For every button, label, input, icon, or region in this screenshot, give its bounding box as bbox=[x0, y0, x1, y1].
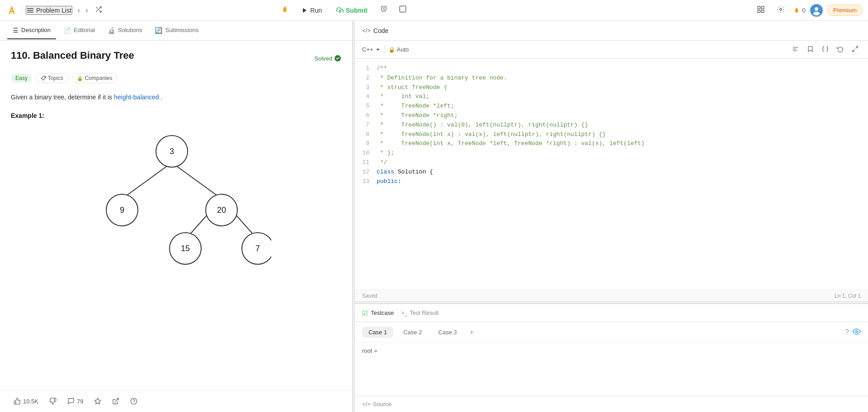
premium-button[interactable]: Premium bbox=[827, 5, 863, 16]
thumbs-down-icon bbox=[49, 398, 57, 405]
avatar[interactable] bbox=[810, 4, 823, 17]
code-status-bar: Saved Ln 1, Col 1 bbox=[355, 290, 868, 301]
right-panel: </> Code C++ 🔒 Auto bbox=[355, 21, 868, 412]
testcase-help-button[interactable]: ? bbox=[845, 328, 849, 337]
svg-line-9 bbox=[381, 6, 382, 7]
code-editor[interactable]: 12345 678910 111213 /** * Definition for… bbox=[355, 59, 868, 290]
height-balanced-link[interactable]: height-balanced bbox=[114, 94, 161, 101]
logo-icon[interactable] bbox=[5, 4, 18, 17]
language-label: C++ bbox=[362, 46, 373, 53]
description-end: . bbox=[161, 94, 163, 101]
topics-button[interactable]: Topics bbox=[36, 73, 68, 83]
testcase-tab[interactable]: ☑ Testcase bbox=[362, 309, 394, 317]
language-selector[interactable]: C++ bbox=[362, 46, 381, 53]
code-content[interactable]: /** * Definition for a binary tree node.… bbox=[373, 59, 868, 290]
description-link-text: height-balanced bbox=[114, 94, 159, 101]
grid-layout-button[interactable] bbox=[753, 4, 769, 17]
undo-button[interactable] bbox=[835, 44, 846, 55]
fullscreen-button[interactable] bbox=[849, 44, 861, 55]
alarm-icon bbox=[380, 5, 388, 13]
ln-col-text: Ln 1, Col 1 bbox=[835, 293, 861, 299]
code-line-5: * TreeNode *left; bbox=[377, 102, 864, 111]
svg-text:7: 7 bbox=[255, 244, 259, 253]
expand-button[interactable] bbox=[395, 3, 410, 17]
problem-list-button[interactable]: Problem List bbox=[26, 6, 72, 15]
next-button[interactable]: › bbox=[84, 5, 90, 16]
code-toolbar: C++ 🔒 Auto bbox=[355, 41, 868, 59]
upload-icon bbox=[336, 7, 344, 14]
tab-description[interactable]: ☰ Description bbox=[7, 22, 56, 39]
braces-button[interactable] bbox=[820, 44, 831, 55]
undo-icon bbox=[837, 46, 844, 52]
format-button[interactable] bbox=[790, 44, 801, 55]
comment-button[interactable]: 79 bbox=[65, 396, 86, 407]
add-case-button[interactable]: + bbox=[467, 328, 476, 337]
run-label: Run bbox=[310, 7, 322, 14]
topbar-left: Problem List ‹ › bbox=[5, 4, 104, 17]
problem-content: 110. Balanced Binary Tree Solved Easy bbox=[0, 41, 352, 390]
like-button[interactable]: 10.5K bbox=[11, 396, 41, 407]
case-3-button[interactable]: Case 3 bbox=[432, 327, 463, 338]
testresult-tab[interactable]: >_ Test Result bbox=[401, 309, 439, 316]
tab-editorial[interactable]: 📄 Editorial bbox=[58, 22, 100, 39]
settings-button[interactable] bbox=[773, 4, 788, 17]
tag-icon bbox=[41, 75, 46, 81]
prev-button[interactable]: ‹ bbox=[76, 5, 82, 16]
toolbar-divider bbox=[384, 45, 385, 54]
divider bbox=[22, 6, 22, 15]
svg-line-20 bbox=[122, 163, 172, 199]
braces-icon bbox=[822, 46, 829, 52]
source-text: Source bbox=[373, 401, 392, 407]
tab-solutions-label: Solutions bbox=[118, 27, 142, 33]
svg-rect-1 bbox=[27, 10, 33, 11]
shuffle-icon bbox=[95, 6, 102, 13]
comments-count: 79 bbox=[77, 398, 83, 405]
list-icon bbox=[27, 7, 34, 14]
svg-text:20: 20 bbox=[217, 206, 226, 215]
code-brackets-icon: </> bbox=[362, 27, 371, 34]
svg-rect-12 bbox=[758, 6, 760, 9]
code-line-13: public: bbox=[377, 177, 864, 187]
problem-number: 110. bbox=[11, 50, 30, 61]
star-button[interactable] bbox=[91, 396, 104, 407]
testcase-eye-button[interactable] bbox=[853, 328, 861, 337]
case-2-button[interactable]: Case 2 bbox=[397, 327, 428, 338]
run-button[interactable]: Run bbox=[296, 4, 327, 17]
svg-rect-14 bbox=[758, 10, 760, 12]
example-title: Example 1: bbox=[11, 112, 341, 119]
code-header-label: Code bbox=[373, 27, 388, 34]
eye-icon bbox=[853, 328, 861, 336]
auto-label: 🔒 Auto bbox=[388, 46, 409, 53]
auto-text: Auto bbox=[397, 46, 409, 53]
svg-text:3: 3 bbox=[169, 147, 174, 156]
flame-button[interactable] bbox=[277, 4, 292, 17]
problem-title-text: Balanced Binary Tree bbox=[33, 50, 134, 61]
submit-button[interactable]: Submit bbox=[331, 4, 373, 17]
problem-description: Given a binary tree, determine if it is … bbox=[11, 92, 341, 103]
source-label: </> Source bbox=[362, 401, 392, 407]
help-footer-button[interactable] bbox=[127, 396, 140, 407]
code-line-8: * TreeNode(int x) : val(x), left(nullptr… bbox=[377, 130, 864, 140]
dislike-button[interactable] bbox=[47, 396, 59, 407]
bookmark-button[interactable] bbox=[805, 44, 816, 55]
case-1-button[interactable]: Case 1 bbox=[362, 327, 393, 338]
solved-badge: Solved bbox=[314, 55, 341, 62]
problem-footer: 10.5K 79 bbox=[0, 390, 352, 412]
share-button[interactable] bbox=[109, 396, 122, 407]
tree-svg: 3 9 20 15 7 bbox=[81, 126, 271, 267]
solved-label: Solved bbox=[314, 55, 332, 62]
tab-submissions[interactable]: 🔄 Submissions bbox=[149, 22, 204, 39]
tab-solutions[interactable]: 🔬 Solutions bbox=[102, 22, 147, 39]
companies-button[interactable]: 🔒 Companies bbox=[72, 73, 118, 83]
testcase-panel: ☑ Testcase >_ Test Result Case 1 Case 2 … bbox=[355, 304, 868, 412]
thumbs-up-icon bbox=[14, 398, 21, 405]
testresult-label: Test Result bbox=[410, 309, 439, 316]
saved-text: Saved bbox=[362, 293, 377, 299]
description-text: Given a binary tree, determine if it is bbox=[11, 94, 114, 101]
submit-label: Submit bbox=[346, 7, 367, 14]
svg-line-21 bbox=[172, 163, 222, 199]
alarm-button[interactable] bbox=[376, 3, 392, 17]
shuffle-button[interactable] bbox=[93, 4, 104, 17]
line-numbers: 12345 678910 111213 bbox=[355, 59, 373, 290]
premium-label: Premium bbox=[833, 7, 857, 14]
